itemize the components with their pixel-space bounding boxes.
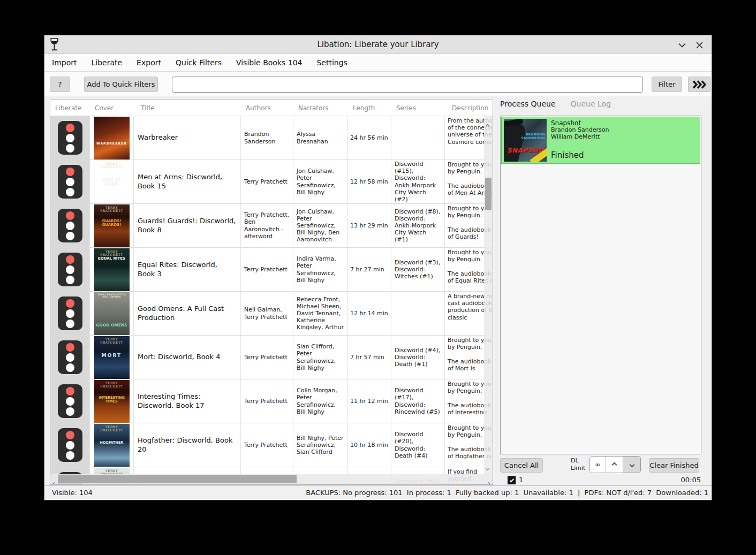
book-cover: TERRY PRATCHETTGUARDS! GUARDS! — [90, 204, 134, 247]
liberate-button[interactable] — [50, 160, 90, 203]
book-series: Discworld (#17), Discworld: Rincewind (#… — [391, 379, 445, 423]
table-row: WARBREAKER Warbreaker Brandon Sanderson … — [50, 116, 493, 160]
book-title: Equal Rites: Discworld, Book 3 — [134, 248, 241, 291]
book-title: Warbreaker — [134, 116, 241, 159]
menu-export[interactable]: Export — [137, 58, 161, 67]
scroll-down-icon[interactable] — [486, 462, 489, 472]
menu-bar: Import Liberate Export Quick Filters Vis… — [44, 54, 712, 72]
book-narrators: Jon Culshaw, Peter Serafinowicz, Bill Ni… — [293, 160, 348, 203]
table-row: TERRY PRATCHETTGUARDS! GUARDS! Guards! G… — [50, 204, 493, 248]
dl-limit-stepper: ∞ — [589, 456, 641, 473]
book-length: 10 hr 18 min — [348, 423, 391, 467]
header-cover[interactable]: Cover — [90, 104, 134, 112]
filter-search-input[interactable] — [172, 77, 643, 93]
vertical-scroll-thumb[interactable] — [485, 178, 492, 210]
menu-import[interactable]: Import — [52, 58, 77, 67]
close-icon[interactable] — [692, 38, 706, 52]
book-title: Men at Arms: Discworld, Book 15 — [134, 160, 241, 203]
header-liberate[interactable]: Liberate — [50, 104, 90, 112]
header-title[interactable]: Title — [134, 104, 241, 112]
book-narrators: Bill Nighy, Peter Serafinowicz, Sian Cli… — [293, 423, 348, 467]
clear-finished-button[interactable]: Clear Finished — [649, 458, 699, 473]
window-title: Libation: Liberate your Library — [44, 35, 712, 54]
grid-header-row: Liberate Cover Title Authors Narrators L… — [50, 100, 493, 116]
traffic-light-icon — [58, 384, 82, 418]
book-series — [391, 292, 445, 335]
queue-item-meta: Snapshot Brandon Sanderson William DeMer… — [551, 119, 609, 141]
book-title: Good Omens: A Full Cast Production — [134, 292, 241, 335]
liberate-button[interactable] — [50, 292, 90, 335]
cancel-all-button[interactable]: Cancel All — [500, 458, 543, 473]
libation-window: Libation: Liberate your Library Import L… — [44, 35, 712, 500]
book-authors: Brandon Sanderson — [241, 116, 293, 159]
minimize-button[interactable] — [675, 38, 689, 52]
queue-item-status: Finished — [551, 150, 584, 160]
traffic-light-icon — [58, 121, 82, 155]
book-title: Hogfather: Discworld, Book 20 — [134, 423, 241, 467]
scroll-left-icon[interactable] — [53, 477, 56, 485]
book-authors: Neil Gaiman, Terry Pratchett — [241, 292, 293, 335]
queue-count-checkbox[interactable] — [508, 476, 516, 484]
book-length: 12 hr 58 min — [348, 160, 391, 203]
book-series: Discworld (#15), Discworld: Ankh-Morpork… — [391, 160, 445, 203]
fast-forward-icon[interactable] — [688, 77, 710, 92]
scroll-right-icon[interactable] — [487, 477, 490, 485]
liberate-button[interactable] — [50, 248, 90, 291]
header-length[interactable]: Length — [348, 104, 391, 112]
menu-liberate[interactable]: Liberate — [91, 58, 122, 67]
header-description[interactable]: Description — [445, 104, 492, 112]
menu-quick-filters[interactable]: Quick Filters — [176, 58, 222, 67]
liberate-button[interactable] — [50, 116, 90, 159]
book-narrators: Rebecca Front, Michael Sheen, David Tenn… — [293, 292, 348, 335]
liberate-button[interactable] — [50, 379, 90, 423]
book-series: Discworld (#4), Discworld: Death (#1) — [391, 336, 445, 379]
filter-button[interactable]: Filter — [652, 77, 682, 92]
liberate-button[interactable] — [50, 336, 90, 379]
traffic-light-icon — [58, 428, 82, 462]
table-row: TERRY PRATCHETT & NEIL GAIMANGOOD OMENS … — [50, 292, 493, 336]
book-title: Interesting Times: Discworld, Book 17 — [134, 379, 241, 423]
book-authors: Terry Pratchett — [241, 379, 293, 423]
table-row: TERRY PRATCHETTHOGFATHER Hogfather: Disc… — [50, 423, 493, 467]
liberate-button[interactable] — [50, 423, 90, 467]
book-series: Discworld (#8), Discworld: Ankh-Morpork … — [391, 204, 445, 247]
book-title: Mort: Discworld, Book 4 — [134, 336, 241, 379]
header-authors[interactable]: Authors — [241, 104, 293, 112]
book-authors: Terry Pratchett — [241, 248, 293, 291]
queue-list: BRANDON SANDERSON SNAPSHOT Snapshot Bran… — [500, 116, 701, 454]
horizontal-scroll-thumb[interactable] — [58, 475, 297, 483]
queue-item-narrator: William DeMeritt — [551, 134, 609, 141]
filter-toolbar: ? Add To Quick Filters Filter — [44, 72, 712, 96]
traffic-light-icon — [58, 253, 82, 286]
header-series[interactable]: Series — [391, 104, 445, 112]
horizontal-scrollbar[interactable] — [50, 474, 493, 484]
filter-help-button[interactable]: ? — [50, 77, 70, 92]
books-grid: Liberate Cover Title Authors Narrators L… — [50, 100, 493, 485]
add-to-quick-filters-button[interactable]: Add To Quick Filters — [84, 77, 158, 92]
queue-item-cover: BRANDON SANDERSON SNAPSHOT — [504, 119, 547, 162]
book-length: 7 hr 57 min — [348, 336, 391, 379]
table-row: TERRY PRATCHETTMEN AT ARMS Men at Arms: … — [50, 160, 493, 204]
scroll-up-icon[interactable] — [486, 119, 489, 130]
table-row: TERRY PRATCHETTINTERESTING TIMES Interes… — [50, 379, 493, 423]
backups-status: BACKUPS: No progress: 101 In process: 1 … — [306, 486, 708, 500]
book-cover: TERRY PRATCHETTHOGFATHER — [90, 423, 134, 467]
book-authors: Terry Pratchett — [241, 423, 293, 467]
table-row: TERRY PRATCHETTEQUAL RITES Equal Rites: … — [50, 248, 493, 292]
tab-process-queue[interactable]: Process Queue — [500, 100, 556, 113]
book-series: Discworld (#20), Discworld: Death (#4) — [391, 423, 445, 467]
table-row: TERRY PRATCHETTMORT Mort: Discworld, Boo… — [50, 336, 493, 379]
dl-limit-label: DL Limit — [571, 457, 585, 472]
menu-settings[interactable]: Settings — [316, 58, 347, 67]
liberate-button[interactable] — [50, 204, 90, 247]
dl-limit-increase-button[interactable] — [606, 457, 624, 473]
tab-queue-log[interactable]: Queue Log — [571, 100, 611, 113]
header-narrators[interactable]: Narrators — [293, 104, 348, 112]
menu-visible-books[interactable]: Visible Books 104 — [236, 58, 303, 67]
queue-item-finished[interactable]: BRANDON SANDERSON SNAPSHOT Snapshot Bran… — [501, 117, 700, 164]
dl-limit-value: ∞ — [590, 457, 606, 473]
dl-limit-decrease-button[interactable] — [623, 457, 640, 473]
vertical-scrollbar[interactable] — [484, 116, 493, 475]
book-narrators: Jon Culshaw, Peter Serafinowicz, Bill Ni… — [293, 204, 348, 247]
queue-elapsed-time: 00:05 — [681, 476, 701, 484]
